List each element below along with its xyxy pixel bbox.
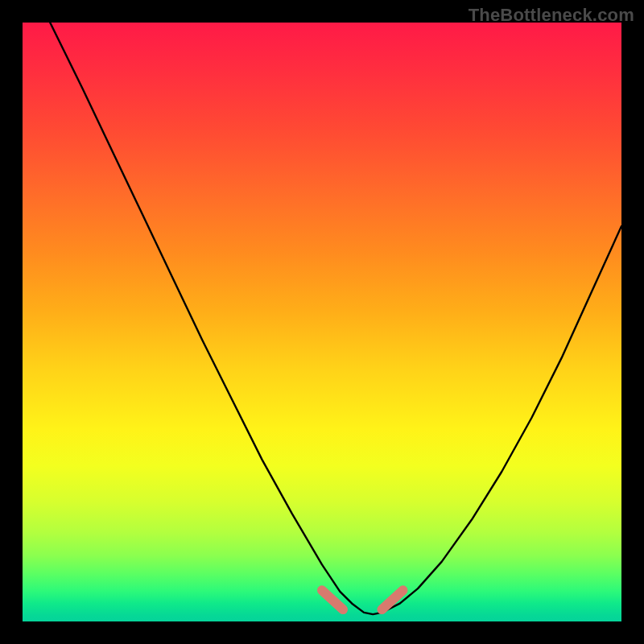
watermark-text: TheBottleneck.com	[469, 5, 634, 26]
main-curve-path	[50, 23, 621, 614]
chart-frame: TheBottleneck.com	[0, 0, 644, 644]
valley-highlight-segment-0	[322, 590, 343, 609]
curve-layer	[23, 23, 621, 621]
plot-area	[23, 23, 621, 621]
